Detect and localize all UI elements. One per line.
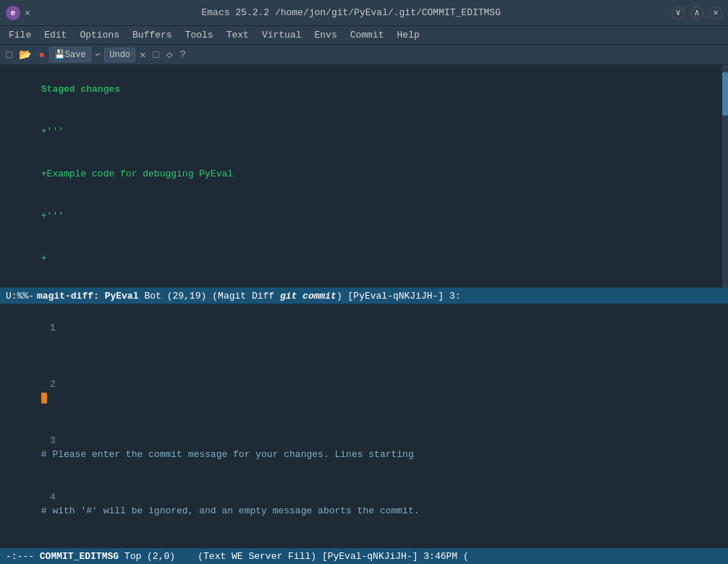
commit-message-pane[interactable]: 1 2 3 # Please enter the commit message … — [0, 304, 728, 548]
commit-line-4: 4 # with '#' will be ignored, and an emp… — [0, 476, 728, 532]
maximize-button[interactable]: ∧ — [690, 7, 703, 20]
diff-pane[interactable]: Staged changes +''' +Example code for de… — [0, 65, 728, 288]
menu-envs[interactable]: Envs — [309, 28, 343, 42]
status-bar-bottom: -:--- COMMIT_EDITMSG Top (2,0) (Text WE … — [0, 548, 728, 564]
diff-line-5: from pyeval_expression import Expression — [0, 280, 728, 289]
save-button[interactable]: 💾Save — [49, 47, 91, 62]
cursor — [41, 393, 47, 403]
toolbar: □ 📂 ● 💾Save ↩ Undo ✕ □ ◇ ? — [0, 45, 728, 65]
toolbar-undo-arrow: ↩ — [93, 48, 103, 61]
diff-line-1: +''' — [0, 111, 728, 153]
commit-line-5: 5 # — [0, 532, 728, 548]
menu-edit[interactable]: Edit — [38, 28, 72, 42]
commit-line-1: 1 — [0, 307, 728, 363]
toolbar-new-icon[interactable]: □ — [3, 48, 14, 62]
menu-help[interactable]: Help — [391, 28, 426, 42]
menu-text[interactable]: Text — [221, 28, 255, 42]
title-bar-controls: ∨ ∧ ✕ — [672, 7, 722, 20]
status-top-mode: (Magit Diff git commit) [PyEval-qNKJiJH-… — [212, 291, 460, 302]
status-bottom-text: -:--- COMMIT_EDITMSG Top (2,0) (Text WE … — [6, 551, 469, 562]
emacs-icon: e — [6, 6, 20, 20]
undo-button[interactable]: Undo — [104, 48, 135, 62]
title-bar: e ✕ Emacs 25.2.2 /home/jon/git/PyEval/.g… — [0, 0, 728, 26]
close-button[interactable]: ✕ — [709, 7, 722, 20]
title-bar-left: e ✕ — [6, 6, 30, 20]
scrollbar[interactable] — [722, 65, 728, 288]
staged-header-line: Staged changes — [0, 68, 728, 111]
menu-file[interactable]: File — [3, 28, 37, 42]
menu-commit[interactable]: Commit — [344, 28, 390, 42]
editor-area: Staged changes +''' +Example code for de… — [0, 65, 728, 564]
toolbar-cut-icon[interactable]: ✕ — [137, 47, 148, 62]
diff-line-3: +''' — [0, 195, 728, 238]
diff-line-2: +Example code for debugging PyEval — [0, 153, 728, 195]
toolbar-stop-icon[interactable]: ● — [35, 48, 47, 62]
commit-line-3: 3 # Please enter the commit message for … — [0, 419, 728, 476]
menu-buffers[interactable]: Buffers — [127, 28, 178, 42]
menu-options[interactable]: Options — [74, 28, 125, 42]
menu-tools[interactable]: Tools — [179, 28, 219, 42]
minimize-button[interactable]: ∨ — [672, 7, 685, 20]
scrollbar-thumb[interactable] — [722, 72, 728, 116]
status-top-buffer: magit-diff: PyEval — [37, 291, 138, 302]
status-bar-top: U:%%- magit-diff: PyEval Bot (29,19) (Ma… — [0, 288, 728, 304]
status-top-prefix: U:%%- — [6, 291, 34, 302]
window-title: Emacs 25.2.2 /home/jon/git/PyEval/.git/C… — [201, 7, 500, 18]
menu-bar: File Edit Options Buffers Tools Text Vir… — [0, 26, 728, 45]
close-x-button[interactable]: ✕ — [25, 7, 30, 19]
toolbar-paste-icon[interactable]: ◇ — [164, 47, 175, 62]
toolbar-search-icon[interactable]: ? — [177, 48, 188, 62]
commit-line-2: 2 — [0, 363, 728, 419]
toolbar-copy-icon[interactable]: □ — [151, 48, 162, 62]
menu-virtual[interactable]: Virtual — [256, 28, 308, 42]
diff-line-4: + — [0, 237, 728, 280]
toolbar-open-icon[interactable]: 📂 — [16, 47, 34, 62]
status-top-position: Bot (29,19) — [144, 291, 206, 302]
